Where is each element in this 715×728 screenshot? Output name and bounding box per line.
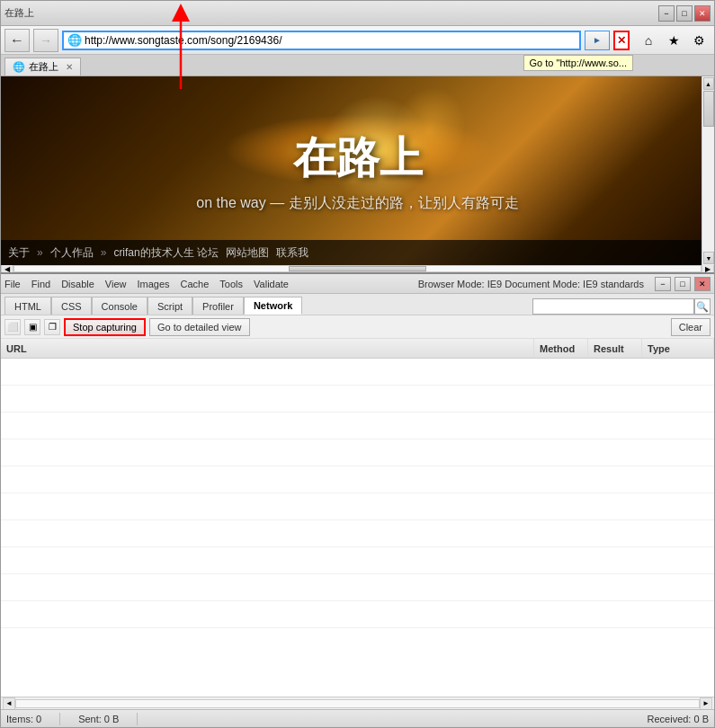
detailed-view-button[interactable]: Go to detailed view [149, 318, 250, 336]
tab-close-icon[interactable]: ✕ [66, 62, 73, 72]
scroll-thumb[interactable] [703, 91, 714, 127]
devtools-titlebar: File Find Disable View Images Cache Tool… [1, 274, 714, 294]
tab-ie-icon: 🌐 [13, 61, 25, 73]
go-icon: ► [593, 35, 602, 45]
banner-nav-works[interactable]: 个人作品 [50, 245, 94, 261]
banner-subtitle: on the way — 走别人没走过的路，让别人有路可走 [196, 194, 518, 213]
url-text: http://www.songtaste.com/song/2169436/ [85, 34, 576, 47]
stop-capture-button[interactable]: Stop capturing [64, 318, 146, 336]
maximize-button[interactable]: □ [676, 5, 693, 22]
devtools-panel: File Find Disable View Images Cache Tool… [1, 272, 714, 727]
bottom-scrollbar[interactable]: ◄ ► [1, 697, 714, 709]
devtools-menu-cache[interactable]: Cache [181, 279, 210, 289]
page-content: 在路上 on the way — 走别人没走过的路，让别人有路可走 关于 » 个… [1, 76, 714, 265]
devtools-status-bar: Items: 0 Sent: 0 B Received: 0 B [1, 709, 714, 727]
toolbar-icons: ⌂ ★ ⚙ [637, 29, 711, 52]
table-row [1, 413, 714, 439]
goto-tooltip: Go to "http://www.so... [523, 55, 633, 71]
page-banner: 在路上 on the way — 走别人没走过的路，让别人有路可走 关于 » 个… [1, 76, 714, 265]
table-row [1, 386, 714, 413]
scroll-down-btn[interactable]: ▼ [703, 252, 714, 264]
devtools-menu: File Find Disable View Images Cache Tool… [4, 279, 289, 289]
close-window-button[interactable]: ✕ [694, 5, 711, 22]
devtools-menu-tools[interactable]: Tools [219, 279, 243, 289]
address-box[interactable]: 🌐 http://www.songtaste.com/song/2169436/ [62, 31, 581, 50]
devtools-search-input[interactable] [532, 298, 694, 315]
devtools-restore-btn[interactable]: □ [675, 277, 691, 291]
favorites-button[interactable]: ★ [662, 29, 685, 52]
devtools-menu-find[interactable]: Find [31, 279, 50, 289]
devtools-tab-console[interactable]: Console [92, 297, 147, 315]
devtools-close-btn[interactable]: ✕ [694, 277, 711, 291]
devtools-tab-network[interactable]: Network [244, 297, 302, 315]
window-title: 在路上 [4, 6, 34, 20]
devtools-menu-file[interactable]: File [4, 279, 21, 289]
banner-title: 在路上 [293, 129, 423, 187]
table-row [1, 574, 714, 601]
devtools-menu-images[interactable]: Images [137, 279, 169, 289]
bottom-scroll-right-btn[interactable]: ► [700, 697, 712, 710]
devtools-tab-css[interactable]: CSS [51, 297, 92, 315]
devtools-mode-info: Browser Mode: IE9 Document Mode: IE9 sta… [418, 279, 644, 289]
devtools-menu-validate[interactable]: Validate [254, 279, 289, 289]
vertical-scrollbar[interactable]: ▲ ▼ [702, 76, 714, 265]
scroll-up-btn[interactable]: ▲ [703, 77, 714, 90]
table-row [1, 359, 714, 386]
devtools-menu-view[interactable]: View [105, 279, 127, 289]
table-row [1, 439, 714, 466]
network-table: URL Method Result Type [1, 339, 714, 697]
status-sep-2 [137, 713, 138, 725]
camera-icon[interactable]: ▣ [24, 319, 40, 335]
settings-button[interactable]: ⚙ [687, 29, 711, 52]
items-count: Items: 0 [6, 714, 41, 724]
browser-tab-0[interactable]: 🌐 在路上 ✕ [4, 58, 81, 75]
table-row [1, 601, 714, 628]
bottom-scroll-track[interactable] [15, 699, 700, 708]
banner-nav-about[interactable]: 关于 [8, 245, 30, 261]
h-scrollbar-track[interactable] [13, 265, 702, 272]
devtools-toolbar: ⬜ ▣ ❐ Stop capturing Go to detailed view… [1, 315, 714, 339]
banner-nav-sitemap[interactable]: 网站地图 [226, 245, 269, 261]
cursor-icon[interactable]: ⬜ [4, 319, 21, 335]
network-body [1, 359, 714, 697]
devtools-search-icon[interactable]: 🔍 [694, 298, 711, 315]
home-button[interactable]: ⌂ [637, 29, 660, 52]
devtools-minimize-btn[interactable]: − [655, 277, 671, 291]
table-row [1, 466, 714, 493]
table-row [1, 493, 714, 520]
go-button[interactable]: ► [585, 31, 610, 50]
network-table-header: URL Method Result Type [1, 339, 714, 359]
window-controls: − □ ✕ [658, 5, 711, 22]
clear-button[interactable]: Clear [671, 318, 711, 336]
forward-button[interactable]: → [33, 29, 58, 52]
h-scroll-area: ◀ ▶ [1, 265, 714, 272]
devtools-tab-html[interactable]: HTML [4, 297, 51, 315]
ie-logo-icon: 🌐 [67, 33, 82, 47]
stop-icon: ✕ [617, 34, 626, 47]
status-sep-1 [59, 713, 60, 725]
col-url: URL [1, 339, 534, 358]
table-row [1, 520, 714, 547]
banner-nav-contact[interactable]: 联系我 [276, 245, 308, 261]
table-row [1, 547, 714, 574]
devtools-tab-script[interactable]: Script [147, 297, 192, 315]
col-method: Method [534, 339, 588, 358]
devtools-menu-disable[interactable]: Disable [61, 279, 94, 289]
devtools-tab-bar: HTML CSS Console Script Profiler Network… [1, 294, 714, 315]
minimize-button[interactable]: − [658, 5, 675, 22]
h-scrollbar-thumb[interactable] [289, 266, 426, 271]
devtools-tab-profiler[interactable]: Profiler [192, 297, 244, 315]
col-type: Type [642, 339, 714, 358]
banner-nav-forum[interactable]: crifan的技术人生 论坛 [113, 245, 219, 261]
tab-label: 在路上 [29, 60, 58, 74]
received-label: Received: 0 B [648, 714, 709, 724]
stop-button[interactable]: ✕ [613, 31, 630, 50]
address-bar-row: ← → 🌐 http://www.songtaste.com/song/2169… [1, 26, 714, 55]
banner-nav: 关于 » 个人作品 » crifan的技术人生 论坛 网站地图 联系我 [1, 240, 714, 265]
title-bar: 在路上 − □ ✕ [1, 1, 714, 26]
sent-label: Sent: 0 B [78, 714, 119, 724]
devtools-window-controls: − □ ✕ [655, 277, 711, 291]
export-icon[interactable]: ❐ [44, 319, 60, 335]
bottom-scroll-left-btn[interactable]: ◄ [3, 697, 15, 710]
back-button[interactable]: ← [4, 29, 30, 52]
